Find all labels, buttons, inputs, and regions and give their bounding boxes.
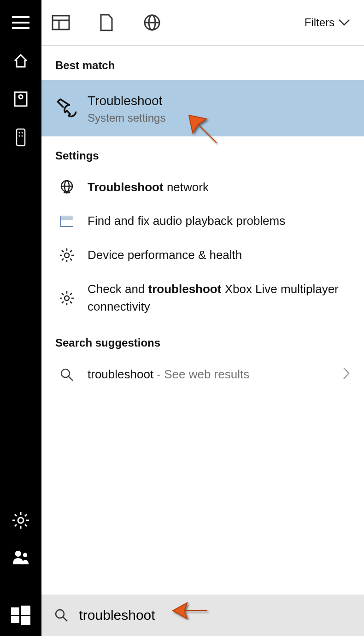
web-tab-icon[interactable] [142, 12, 162, 33]
settings-item-text: Troubleshoot network [88, 179, 350, 196]
wrench-icon [55, 95, 78, 121]
settings-header: Settings [41, 136, 364, 171]
svg-point-42 [65, 296, 69, 300]
gear-icon [55, 248, 78, 263]
search-icon [53, 606, 70, 624]
svg-rect-22 [53, 16, 69, 29]
svg-point-6 [22, 135, 23, 137]
start-button[interactable] [0, 595, 41, 636]
svg-line-38 [62, 250, 64, 252]
svg-line-41 [70, 250, 72, 252]
svg-line-49 [62, 301, 64, 303]
svg-line-15 [25, 514, 27, 516]
settings-item-text: Device performance & health [88, 247, 350, 264]
filters-label: Filters [305, 16, 335, 29]
svg-line-13 [25, 524, 27, 526]
svg-line-54 [63, 617, 67, 621]
settings-item-text: Check and troubleshoot Xbox Live multipl… [88, 281, 350, 315]
globe-icon [55, 180, 78, 195]
svg-point-53 [56, 610, 64, 618]
svg-rect-20 [11, 616, 19, 623]
svg-rect-21 [21, 616, 30, 625]
svg-line-50 [70, 293, 72, 295]
settings-item-network[interactable]: Troubleshoot network [41, 171, 364, 205]
svg-line-52 [69, 377, 73, 381]
svg-line-48 [70, 301, 72, 303]
svg-line-39 [70, 259, 72, 260]
apps-tab-icon[interactable] [51, 12, 71, 33]
home-icon[interactable] [12, 52, 29, 70]
sidebar [0, 0, 41, 636]
search-bar[interactable] [41, 595, 364, 636]
best-match-title: Troubleshoot [88, 92, 165, 110]
best-match-subtitle: System settings [88, 112, 165, 124]
suggestions-header: Search suggestions [41, 324, 364, 358]
svg-line-12 [15, 514, 17, 516]
settings-item-performance[interactable]: Device performance & health [41, 238, 364, 272]
svg-point-3 [19, 132, 20, 134]
best-match-item[interactable]: Troubleshoot System settings [41, 80, 364, 136]
svg-point-51 [61, 369, 70, 377]
svg-point-33 [65, 253, 69, 258]
svg-line-40 [62, 259, 64, 260]
chevron-right-icon [343, 367, 350, 383]
settings-item-text: Find and fix audio playback problems [88, 212, 350, 230]
svg-point-17 [23, 553, 28, 558]
search-panel: Filters Best match Troubleshoot System s… [41, 0, 364, 595]
svg-point-7 [18, 518, 23, 523]
settings-item-audio[interactable]: Find and fix audio playback problems [41, 204, 364, 238]
documents-tab-icon[interactable] [96, 12, 117, 33]
chevron-down-icon [338, 19, 350, 26]
people-icon[interactable] [12, 548, 29, 566]
search-input[interactable] [79, 607, 352, 623]
svg-rect-19 [21, 606, 30, 615]
hamburger-icon[interactable] [12, 14, 29, 31]
web-suggestion-item[interactable]: troubleshoot - See web results [41, 358, 364, 392]
remote-icon[interactable] [12, 129, 29, 146]
settings-icon[interactable] [12, 512, 29, 529]
svg-point-1 [19, 95, 23, 99]
svg-rect-2 [17, 129, 25, 146]
search-icon [55, 367, 78, 382]
suggestion-text: troubleshoot - See web results [88, 366, 343, 383]
svg-rect-18 [11, 607, 19, 615]
audio-icon [55, 216, 78, 227]
best-match-header: Best match [41, 46, 364, 80]
settings-item-xbox[interactable]: Check and troubleshoot Xbox Live multipl… [41, 272, 364, 324]
svg-point-5 [19, 135, 20, 137]
svg-point-16 [15, 551, 21, 557]
gear-icon [55, 291, 78, 306]
svg-point-4 [22, 132, 23, 134]
filter-tabs: Filters [41, 0, 364, 46]
reader-icon[interactable] [12, 90, 29, 108]
svg-line-47 [62, 293, 64, 295]
svg-line-14 [15, 524, 17, 526]
filters-button[interactable]: Filters [305, 16, 350, 29]
